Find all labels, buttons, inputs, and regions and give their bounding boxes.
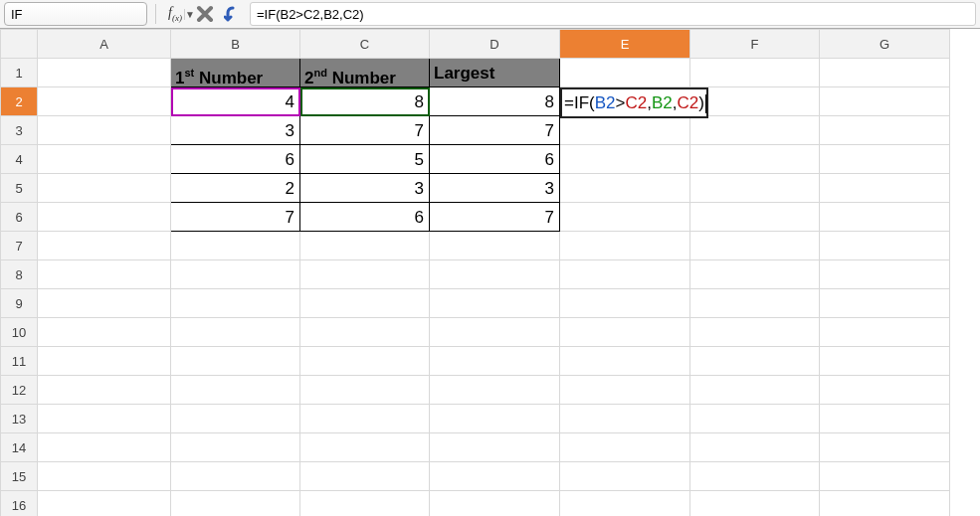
cell-B9[interactable] [171,289,300,318]
cell-G3[interactable] [820,116,950,145]
cell-F13[interactable] [690,405,820,433]
cell-E13[interactable] [560,405,690,433]
cell-C11[interactable] [300,347,430,376]
cell-C8[interactable] [300,260,430,289]
cell-F7[interactable] [690,232,820,260]
cell-D11[interactable] [430,347,560,376]
row-header-9[interactable]: 9 [1,289,38,318]
cell-B14[interactable] [171,433,300,462]
cell-C12[interactable] [300,376,430,405]
cell-A5[interactable] [38,174,171,203]
cell-B12[interactable] [171,376,300,405]
cell-E4[interactable] [560,145,690,174]
cell-A8[interactable] [38,260,171,289]
cell-G7[interactable] [820,232,950,260]
cell-E12[interactable] [560,376,690,405]
cell-E8[interactable] [560,260,690,289]
cell-B1[interactable]: 1st Number [171,59,300,87]
cell-C9[interactable] [300,289,430,318]
cell-D5[interactable]: 3 [430,174,560,203]
cell-G6[interactable] [820,203,950,232]
cell-G5[interactable] [820,174,950,203]
cell-F3[interactable] [690,116,820,145]
cell-C15[interactable] [300,462,430,491]
row-header-15[interactable]: 15 [1,462,38,491]
cell-D10[interactable] [430,318,560,347]
cell-B15[interactable] [171,462,300,491]
cell-C1[interactable]: 2nd Number [300,59,430,87]
row-header-8[interactable]: 8 [1,260,38,289]
cell-G15[interactable] [820,462,950,491]
cell-F6[interactable] [690,203,820,232]
col-header-F[interactable]: F [690,30,820,59]
cell-G2[interactable] [820,87,950,116]
cell-G14[interactable] [820,433,950,462]
cell-B5[interactable]: 2 [171,174,300,203]
cell-E3[interactable] [560,116,690,145]
cell-A4[interactable] [38,145,171,174]
cell-F12[interactable] [690,376,820,405]
col-header-A[interactable]: A [38,30,171,59]
cell-C16[interactable] [300,491,430,517]
name-box[interactable]: ▼ [4,2,147,26]
row-header-16[interactable]: 16 [1,491,38,517]
cell-A7[interactable] [38,232,171,260]
cell-D7[interactable] [430,232,560,260]
cell-D14[interactable] [430,433,560,462]
cell-D13[interactable] [430,405,560,433]
row-header-3[interactable]: 3 [1,116,38,145]
function-wizard-button[interactable]: f(x) [160,5,190,23]
row-header-5[interactable]: 5 [1,174,38,203]
cell-A15[interactable] [38,462,171,491]
cell-F5[interactable] [690,174,820,203]
cell-G8[interactable] [820,260,950,289]
cell-E5[interactable] [560,174,690,203]
row-header-7[interactable]: 7 [1,232,38,260]
cell-B2[interactable]: 4 [171,87,300,116]
cell-E9[interactable] [560,289,690,318]
row-header-1[interactable]: 1 [1,59,38,87]
cell-A12[interactable] [38,376,171,405]
cell-A10[interactable] [38,318,171,347]
cell-B10[interactable] [171,318,300,347]
cell-G9[interactable] [820,289,950,318]
cell-E6[interactable] [560,203,690,232]
cell-G16[interactable] [820,491,950,517]
cell-A14[interactable] [38,433,171,462]
cell-B16[interactable] [171,491,300,517]
cell-D8[interactable] [430,260,560,289]
cell-C5[interactable]: 3 [300,174,430,203]
cell-F8[interactable] [690,260,820,289]
cell-edit-overlay[interactable]: =IF(B2>C2,B2,C2) [560,87,708,118]
cell-E16[interactable] [560,491,690,517]
cell-E14[interactable] [560,433,690,462]
cell-B3[interactable]: 3 [171,116,300,145]
col-header-D[interactable]: D [430,30,560,59]
cell-F15[interactable] [690,462,820,491]
cell-A11[interactable] [38,347,171,376]
spreadsheet-grid[interactable]: A B C D E F G 1 1st Number 2nd Number La… [0,29,980,516]
cell-B6[interactable]: 7 [171,203,300,232]
cell-B8[interactable] [171,260,300,289]
cell-D15[interactable] [430,462,560,491]
cell-G13[interactable] [820,405,950,433]
cell-A2[interactable] [38,87,171,116]
cell-G11[interactable] [820,347,950,376]
cell-B7[interactable] [171,232,300,260]
cell-F10[interactable] [690,318,820,347]
cell-D3[interactable]: 7 [430,116,560,145]
cell-C3[interactable]: 7 [300,116,430,145]
cell-G10[interactable] [820,318,950,347]
cell-G12[interactable] [820,376,950,405]
cell-C6[interactable]: 6 [300,203,430,232]
cell-C14[interactable] [300,433,430,462]
cell-D2[interactable]: 8 [430,87,560,116]
cell-B11[interactable] [171,347,300,376]
cell-C7[interactable] [300,232,430,260]
cell-A13[interactable] [38,405,171,433]
row-header-14[interactable]: 14 [1,433,38,462]
col-header-B[interactable]: B [171,30,300,59]
cell-G4[interactable] [820,145,950,174]
corner-cell[interactable] [1,30,38,59]
row-header-13[interactable]: 13 [1,405,38,433]
